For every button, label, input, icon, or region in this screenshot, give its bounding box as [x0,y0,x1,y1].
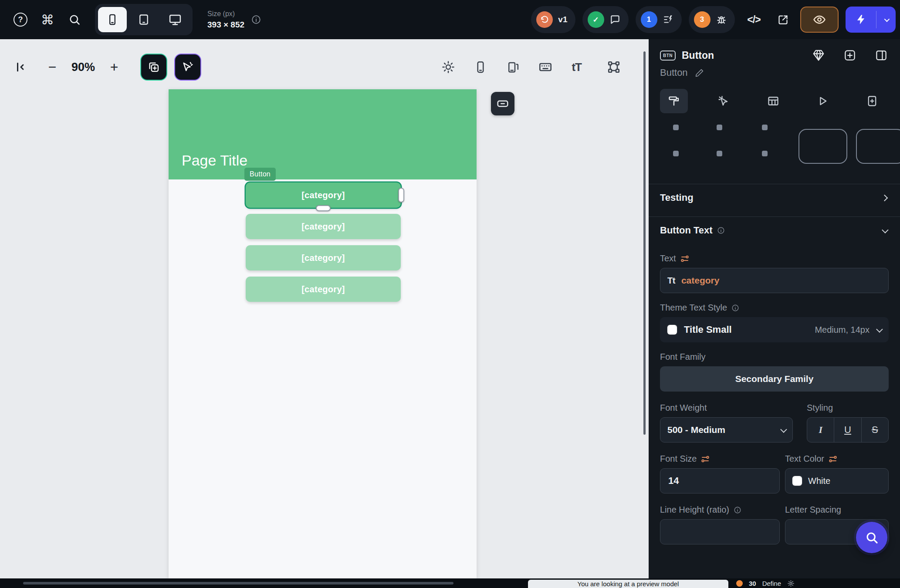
button-text-input[interactable]: Tt category [660,268,889,293]
text-scale-button[interactable]: tT [572,61,582,74]
monitor-icon [169,13,182,26]
testing-section-header[interactable]: Testing [660,184,889,211]
spacing-handle[interactable] [673,125,679,130]
theme-text-style-select[interactable]: Title Small Medium, 14px [660,317,889,342]
code-view-button[interactable]: </> [742,7,766,32]
strikethrough-icon: S [872,424,878,435]
tab-data[interactable] [759,89,787,113]
sun-icon [442,61,455,74]
italic-button[interactable]: I [807,418,834,442]
text-color-picker[interactable]: White [785,468,889,493]
category-button-widget[interactable]: [category] [246,245,401,270]
resize-handle-bottom[interactable] [316,205,331,211]
tab-interactions[interactable] [710,89,738,113]
search-fab-button[interactable] [856,522,887,553]
size-info-icon[interactable] [251,15,261,24]
panel-layout-button[interactable] [874,48,889,63]
font-size-input[interactable] [660,468,780,493]
variable-binding-icon[interactable] [701,455,710,463]
category-button-widget[interactable]: [category] [246,214,401,239]
widget-tree-toggle[interactable] [140,54,167,81]
info-icon [731,304,739,312]
button-text-value: category [681,275,720,286]
magnifier-icon [865,531,879,544]
gem-icon [812,49,825,62]
device-preview-button[interactable] [474,61,487,74]
version-history-icon [536,11,553,28]
save-to-library-button[interactable] [842,48,857,63]
widget-name: Button [660,67,688,78]
device-phone-button[interactable] [98,7,127,32]
comments-icon [609,14,621,25]
keyboard-toggle-button[interactable] [538,60,552,74]
canvas-vertical-scrollbar[interactable] [643,51,646,435]
spacing-handle[interactable] [762,125,768,130]
tab-run[interactable] [809,89,836,113]
variable-binding-icon[interactable] [680,254,689,263]
tab-properties[interactable] [660,89,688,113]
device-desktop-button[interactable] [161,7,189,32]
appbar-widget[interactable]: Page Title [169,89,477,179]
radius-preview[interactable] [856,129,900,164]
selection-tag: Button [244,168,276,181]
review-pill[interactable]: ✓ [582,6,629,33]
pointer-mode-toggle[interactable] [174,54,201,81]
device-tablet-button[interactable] [129,7,158,32]
strikethrough-button[interactable]: S [861,418,888,442]
spacing-handle[interactable] [673,151,679,156]
tasks-count-badge: 1 [641,11,657,28]
canvas-view-options: tT [442,60,621,74]
resize-handle-right[interactable] [398,188,404,203]
canvas-area[interactable]: − 90% + tT [0,39,649,578]
widget-type-title: Button [682,50,714,61]
font-family-button[interactable]: Secondary Family [660,366,889,392]
category-button-widget[interactable]: [category] [246,277,401,302]
page-title-widget[interactable]: Page Title [182,152,247,169]
size-label: Size (px) [207,10,244,18]
search-button[interactable] [64,10,85,30]
button-text-section-header[interactable]: Button Text [660,217,889,244]
spacing-handle[interactable] [762,151,768,156]
phone-canvas[interactable]: Page Title Button [category] [category] … [169,89,477,578]
run-button[interactable] [846,7,896,33]
columns-icon [875,49,888,62]
chevron-right-icon [881,194,888,201]
font-weight-select[interactable]: 500 - Medium [660,417,793,443]
tab-add-section[interactable] [858,89,886,113]
define-button[interactable]: Define [762,580,781,587]
underline-button[interactable]: U [834,418,861,442]
cursor-click-icon [717,95,730,107]
collapse-left-panel-button[interactable] [10,56,32,78]
run-menu-chevron[interactable] [876,7,896,33]
text-color-value: White [808,476,830,486]
issues-pill[interactable]: 3 [689,6,735,33]
radius-preview[interactable] [798,129,847,164]
size-value: 393 × 852 [207,20,244,30]
device-frame-button[interactable] [506,61,519,74]
help-button[interactable]: ? [10,10,30,30]
canvas-select-settings-button[interactable] [607,60,621,74]
spacing-handle[interactable] [717,125,722,130]
line-height-label: Line Height (ratio) [660,505,729,515]
tasks-pill[interactable]: 1 [636,6,682,33]
font-weight-label: Font Weight [660,403,793,413]
underline-icon: U [844,424,851,435]
preview-toggle-button[interactable] [800,7,839,33]
version-pill[interactable]: v1 [531,6,575,33]
line-height-input[interactable] [660,519,780,544]
settings-gear-icon[interactable] [787,580,795,587]
minus-icon: − [48,59,57,75]
variable-binding-icon[interactable] [829,455,837,463]
category-button-widget-selected[interactable]: Button [category] [246,182,401,208]
canvas-horizontal-scrollbar[interactable] [23,582,453,585]
theme-widget-button[interactable] [811,48,826,63]
open-external-button[interactable] [773,10,793,30]
theme-brightness-button[interactable] [442,61,455,74]
command-menu-button[interactable]: ⌘ [37,10,58,30]
rename-widget-button[interactable] [695,68,704,78]
zoom-out-button[interactable]: − [44,59,61,75]
zoom-in-button[interactable]: + [105,59,123,75]
selected-widget-chip[interactable] [491,92,514,115]
spacing-handle[interactable] [717,151,722,156]
chevron-down-icon [884,16,890,22]
